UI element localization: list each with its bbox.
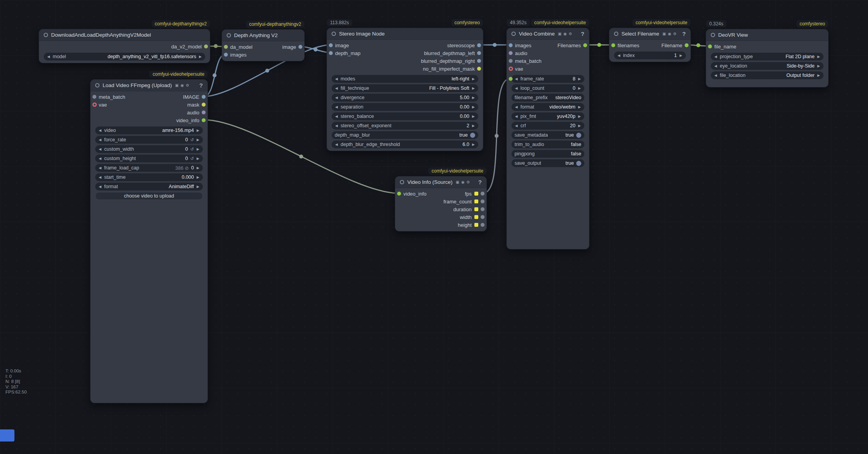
- widget-frame-load-cap[interactable]: ◀ frame_load_cap 386 ⊘ 0 ▶: [95, 164, 203, 172]
- combo-right-icon[interactable]: ▶: [472, 105, 475, 109]
- frame-rate-input-dot[interactable]: [509, 77, 513, 81]
- combo-right-icon[interactable]: ▶: [196, 166, 200, 170]
- help-icon[interactable]: ?: [682, 30, 686, 37]
- input-dot-video-info[interactable]: [397, 192, 401, 196]
- node-title-bar[interactable]: DownloadAndLoadDepthAnythingV2Model: [39, 29, 210, 41]
- combo-left-icon[interactable]: ◀: [335, 114, 338, 118]
- widget-depth-blur-edge-threshold[interactable]: ◀ depth_blur_edge_threshold 6.0 ▶: [332, 141, 478, 148]
- input-dot-file-name[interactable]: [708, 45, 712, 48]
- input-dot-meta-batch[interactable]: [92, 95, 96, 99]
- node-download-depth-anything-model[interactable]: comfyui-depthanythingv2 DownloadAndLoadD…: [39, 29, 210, 63]
- combo-left-icon[interactable]: ◀: [335, 77, 338, 81]
- combo-left-icon[interactable]: ◀: [515, 77, 518, 81]
- help-icon[interactable]: ?: [581, 30, 584, 37]
- output-dot-no-fill-imperfect-mask[interactable]: [477, 67, 481, 71]
- combo-right-icon[interactable]: ▶: [578, 114, 581, 118]
- node-title-bar[interactable]: DeoVR View: [706, 29, 828, 41]
- widget-modes[interactable]: ◀ modes left-right ▶: [332, 75, 478, 83]
- widget-frame-rate[interactable]: ◀ frame_rate 8 ▶: [511, 75, 584, 83]
- graph-canvas[interactable]: comfyui-depthanythingv2 DownloadAndLoadD…: [0, 0, 868, 454]
- output-dot-duration[interactable]: [481, 207, 485, 211]
- combo-left-icon[interactable]: ◀: [98, 147, 102, 151]
- reset-icon[interactable]: ↺: [190, 147, 194, 152]
- widget-separation[interactable]: ◀ separation 0.00 ▶: [332, 103, 478, 111]
- combo-left-icon[interactable]: ◀: [714, 55, 717, 59]
- collapse-dot-icon[interactable]: [95, 83, 99, 87]
- combo-right-icon[interactable]: ▶: [196, 185, 200, 189]
- widget-pingpong[interactable]: pingpong false: [511, 150, 584, 158]
- widget-index[interactable]: ◀ index 1 ▶: [614, 52, 686, 59]
- input-dot-vae[interactable]: [509, 67, 513, 71]
- node-video-combine[interactable]: 49.352s comfyui-videohelpersuite Video C…: [506, 28, 589, 249]
- widget-save-output[interactable]: save_output true: [511, 159, 584, 167]
- widget-stereo-balance[interactable]: ◀ stereo_balance 0.00 ▶: [332, 112, 478, 120]
- combo-left-icon[interactable]: ◀: [515, 86, 518, 90]
- widget-projection-type[interactable]: ◀ projection_type Flat 2D plane ▶: [711, 53, 824, 61]
- widget-crf[interactable]: ◀ crf 20 ▶: [511, 122, 584, 130]
- output-dot-fps[interactable]: [481, 192, 485, 196]
- combo-left-icon[interactable]: ◀: [98, 166, 102, 170]
- combo-right-icon[interactable]: ▶: [679, 53, 683, 57]
- combo-left-icon[interactable]: ◀: [98, 185, 102, 189]
- combo-left-icon[interactable]: ◀: [714, 64, 717, 68]
- combo-right-icon[interactable]: ▶: [472, 124, 475, 128]
- help-icon[interactable]: ?: [478, 179, 482, 185]
- reset-icon[interactable]: ↺: [190, 137, 194, 142]
- combo-right-icon[interactable]: ▶: [578, 86, 581, 90]
- combo-left-icon[interactable]: ◀: [335, 142, 338, 146]
- input-dot-image[interactable]: [329, 43, 333, 47]
- input-dot-vae[interactable]: [92, 103, 97, 107]
- widget-eye-location[interactable]: ◀ eye_location Side-by-Side ▶: [711, 62, 824, 70]
- node-depth-anything-v2[interactable]: comfyui-depthanythingv2 Depth Anything V…: [222, 29, 305, 61]
- combo-left-icon[interactable]: ◀: [335, 105, 338, 109]
- collapse-dot-icon[interactable]: [44, 33, 48, 37]
- combo-left-icon[interactable]: ◀: [515, 105, 518, 109]
- upload-video-button[interactable]: choose video to upload: [95, 192, 203, 200]
- collapse-dot-icon[interactable]: [711, 33, 715, 37]
- output-dot-width[interactable]: [481, 215, 485, 219]
- input-dot-da-model[interactable]: [224, 45, 228, 49]
- combo-left-icon[interactable]: ◀: [47, 55, 50, 59]
- output-dot-audio[interactable]: [202, 110, 206, 114]
- widget-filename-prefix[interactable]: filename_prefix stereoVideo: [511, 94, 584, 101]
- combo-left-icon[interactable]: ◀: [335, 86, 338, 90]
- combo-right-icon[interactable]: ▶: [578, 77, 581, 81]
- combo-left-icon[interactable]: ◀: [98, 138, 102, 142]
- input-dot-images[interactable]: [509, 43, 513, 47]
- widget-pix-fmt[interactable]: ◀ pix_fmt yuv420p ▶: [511, 112, 584, 120]
- node-title-bar[interactable]: Select Filename ▣ ◉ ⚙ ?: [609, 28, 690, 40]
- collapse-dot-icon[interactable]: [511, 32, 516, 36]
- combo-right-icon[interactable]: ▶: [196, 147, 200, 151]
- input-dot-audio[interactable]: [509, 51, 513, 55]
- widget-depth-map-blur[interactable]: depth_map_blur true: [332, 131, 478, 139]
- offscreen-node-fragment[interactable]: [0, 429, 14, 442]
- combo-right-icon[interactable]: ▶: [817, 64, 820, 68]
- node-deovr-view[interactable]: 0.324s comfystereo DeoVR View file_name …: [706, 29, 829, 87]
- node-title-bar[interactable]: Video Info (Source) ▣ ◉ ⚙ ?: [395, 176, 486, 188]
- widget-loop-count[interactable]: ◀ loop_count 0 ▶: [511, 84, 584, 92]
- collapse-dot-icon[interactable]: [400, 180, 404, 184]
- widget-custom-height[interactable]: ◀ custom_height 0 ↺ ▶: [95, 155, 203, 162]
- node-title-bar[interactable]: Stereo Image Node: [327, 28, 483, 40]
- combo-right-icon[interactable]: ▶: [472, 114, 475, 118]
- combo-left-icon[interactable]: ◀: [617, 53, 621, 57]
- output-dot-da-v2-model[interactable]: [204, 45, 208, 48]
- combo-right-icon[interactable]: ▶: [472, 142, 475, 146]
- output-dot-filename[interactable]: [685, 43, 689, 47]
- combo-right-icon[interactable]: ▶: [472, 77, 475, 81]
- combo-right-icon[interactable]: ▶: [196, 175, 200, 179]
- widget-start-time[interactable]: ◀ start_time 0.000 ▶: [95, 173, 203, 181]
- output-dot-frame-count[interactable]: [481, 199, 485, 203]
- combo-left-icon[interactable]: ◀: [98, 157, 102, 160]
- input-dot-meta-batch[interactable]: [509, 59, 513, 63]
- output-dot-height[interactable]: [481, 223, 485, 227]
- widget-divergence[interactable]: ◀ divergence 5.00 ▶: [332, 94, 478, 101]
- combo-left-icon[interactable]: ◀: [98, 175, 102, 179]
- output-dot-mask[interactable]: [202, 103, 206, 107]
- input-dot-filenames[interactable]: [611, 43, 615, 47]
- node-title-bar[interactable]: Video Combine ▣ ◉ ⚙ ?: [507, 28, 589, 40]
- collapse-dot-icon[interactable]: [227, 33, 231, 37]
- widget-fill-technique[interactable]: ◀ fill_technique Fill - Polylines Soft ▶: [332, 84, 478, 92]
- output-dot-blurred-depthmap-right[interactable]: [477, 59, 481, 63]
- widget-video[interactable]: ◀ video amre-156.mp4 ▶: [95, 126, 203, 134]
